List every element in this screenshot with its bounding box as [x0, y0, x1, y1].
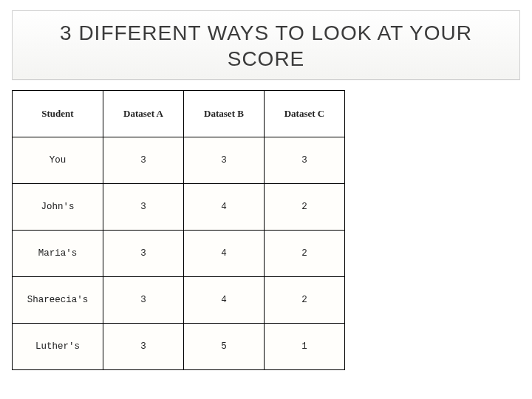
slide: 3 DIFFERENT WAYS TO LOOK AT YOUR SCORE S… [0, 0, 532, 399]
col-header-dataset-b: Dataset B [184, 91, 265, 137]
cell-dataset-b: 5 [184, 324, 265, 370]
cell-student: John's [13, 184, 103, 231]
cell-dataset-b: 3 [184, 137, 265, 184]
col-header-dataset-a: Dataset A [103, 91, 184, 137]
title-block: 3 DIFFERENT WAYS TO LOOK AT YOUR SCORE [12, 10, 520, 80]
cell-dataset-b: 4 [184, 231, 265, 277]
col-header-student: Student [13, 91, 103, 137]
cell-dataset-c: 2 [265, 231, 345, 277]
cell-dataset-c: 3 [265, 137, 345, 184]
page-title: 3 DIFFERENT WAYS TO LOOK AT YOUR SCORE [20, 20, 512, 72]
table-row: John's 3 4 2 [13, 184, 345, 231]
cell-dataset-a: 3 [103, 184, 184, 231]
cell-student: Shareecia's [13, 277, 103, 324]
cell-dataset-c: 2 [265, 277, 345, 324]
cell-dataset-a: 3 [103, 324, 184, 370]
cell-dataset-b: 4 [184, 277, 265, 324]
score-table: Student Dataset A Dataset B Dataset C Yo… [12, 90, 345, 370]
cell-dataset-a: 3 [103, 231, 184, 277]
table-row: You 3 3 3 [13, 137, 345, 184]
cell-dataset-c: 1 [265, 324, 345, 370]
table-row: Luther's 3 5 1 [13, 324, 345, 370]
cell-dataset-c: 2 [265, 184, 345, 231]
cell-student: You [13, 137, 103, 184]
score-table-wrap: Student Dataset A Dataset B Dataset C Yo… [12, 90, 520, 370]
cell-dataset-a: 3 [103, 137, 184, 184]
cell-student: Luther's [13, 324, 103, 370]
cell-student: Maria's [13, 231, 103, 277]
table-row: Maria's 3 4 2 [13, 231, 345, 277]
table-header-row: Student Dataset A Dataset B Dataset C [13, 91, 345, 137]
col-header-dataset-c: Dataset C [265, 91, 345, 137]
cell-dataset-a: 3 [103, 277, 184, 324]
cell-dataset-b: 4 [184, 184, 265, 231]
table-row: Shareecia's 3 4 2 [13, 277, 345, 324]
